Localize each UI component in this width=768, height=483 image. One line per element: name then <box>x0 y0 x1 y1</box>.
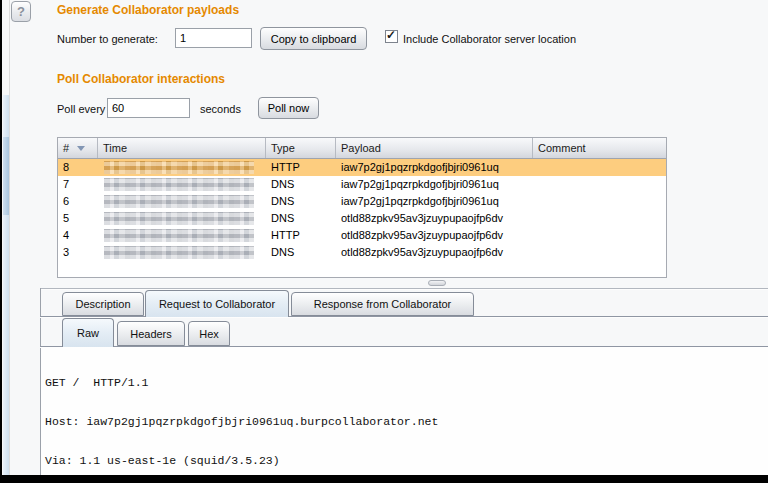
cell-time-redacted[interactable] <box>98 210 266 227</box>
poll-every-label: Poll every <box>57 103 105 115</box>
seconds-label: seconds <box>200 103 241 115</box>
request-line: GET / HTTP/1.1 <box>45 376 768 389</box>
cell-payload[interactable]: otld88zpkv95av3jzuypupaojfp6dv <box>336 210 533 227</box>
column-header-type[interactable]: Type <box>266 138 336 158</box>
table-row[interactable]: 8 HTTP iaw7p2gj1pqzrpkdgofjbjri0961uq <box>58 159 666 176</box>
cell-payload[interactable]: iaw7p2gj1pqzrpkdgofjbjri0961uq <box>336 193 533 210</box>
number-to-generate-label: Number to generate: <box>57 33 158 45</box>
column-header-number-label: # <box>63 138 69 158</box>
table-row[interactable]: 5 DNS otld88zpkv95av3jzuypupaojfp6dv <box>58 210 666 227</box>
cell-comment[interactable] <box>533 227 666 244</box>
tab-response-from-collaborator[interactable]: Response from Collaborator <box>291 292 474 316</box>
cell-type[interactable]: DNS <box>266 193 336 210</box>
cell-type[interactable]: DNS <box>266 244 336 261</box>
cell-comment[interactable] <box>533 176 666 193</box>
left-scrollbar-thumb[interactable] <box>3 137 9 215</box>
cell-payload[interactable]: otld88zpkv95av3jzuypupaojfp6dv <box>336 227 533 244</box>
panel-left-divider <box>9 0 10 475</box>
tab-headers[interactable]: Headers <box>117 321 185 346</box>
cell-number[interactable]: 5 <box>58 210 98 227</box>
cell-number[interactable]: 7 <box>58 176 98 193</box>
cell-time-redacted[interactable] <box>98 159 266 176</box>
pixelated-redaction <box>104 212 254 225</box>
cell-time-redacted[interactable] <box>98 193 266 210</box>
cell-number[interactable]: 6 <box>58 193 98 210</box>
pixelated-redaction <box>104 161 254 174</box>
cell-type[interactable]: HTTP <box>266 227 336 244</box>
pixelated-redaction <box>104 178 254 191</box>
interactions-table: # Time Type Payload Comment 8 HTTP iaw7p… <box>57 137 667 278</box>
include-server-location-label: Include Collaborator server location <box>403 33 576 45</box>
table-row[interactable]: 3 DNS otld88zpkv95av3jzuypupaojfp6dv <box>58 244 666 261</box>
cell-time-redacted[interactable] <box>98 244 266 261</box>
cell-comment[interactable] <box>533 210 666 227</box>
cell-payload[interactable]: otld88zpkv95av3jzuypupaojfp6dv <box>336 244 533 261</box>
table-row[interactable]: 4 HTTP otld88zpkv95av3jzuypupaojfp6dv <box>58 227 666 244</box>
interactions-table-header: # Time Type Payload Comment <box>58 138 666 159</box>
cell-time-redacted[interactable] <box>98 227 266 244</box>
request-line: Host: iaw7p2gj1pqzrpkdgofjbjri0961uq.bur… <box>45 415 768 428</box>
pixelated-redaction <box>104 195 254 208</box>
number-to-generate-input[interactable] <box>175 28 252 48</box>
cell-time-redacted[interactable] <box>98 176 266 193</box>
cell-payload[interactable]: iaw7p2gj1pqzrpkdgofjbjri0961uq <box>336 159 533 176</box>
cell-type[interactable]: DNS <box>266 210 336 227</box>
column-header-comment[interactable]: Comment <box>533 138 666 158</box>
poll-now-button[interactable]: Poll now <box>258 97 319 119</box>
poll-interval-input[interactable] <box>107 98 190 118</box>
column-header-time[interactable]: Time <box>98 138 266 158</box>
splitter-bottom-line <box>40 288 768 289</box>
request-line: Via: 1.1 us-east-1e (squid/3.5.23) <box>45 454 768 467</box>
poll-section-title: Poll Collaborator interactions <box>57 72 225 86</box>
cell-comment[interactable] <box>533 244 666 261</box>
include-server-location-checkbox[interactable]: ✓ <box>385 30 398 43</box>
help-button[interactable]: ? <box>11 1 31 22</box>
generate-section-title: Generate Collaborator payloads <box>57 3 239 17</box>
cell-comment[interactable] <box>533 193 666 210</box>
table-row[interactable]: 6 DNS iaw7p2gj1pqzrpkdgofjbjri0961uq <box>58 193 666 210</box>
window-left-edge <box>0 0 2 483</box>
cell-comment[interactable] <box>533 159 666 176</box>
checkbox-check-icon: ✓ <box>386 28 396 42</box>
cell-number[interactable]: 3 <box>58 244 98 261</box>
tab-hex[interactable]: Hex <box>188 321 230 346</box>
column-header-payload[interactable]: Payload <box>336 138 533 158</box>
pixelated-redaction <box>104 246 254 259</box>
cell-payload[interactable]: iaw7p2gj1pqzrpkdgofjbjri0961uq <box>336 176 533 193</box>
window-bottom-edge <box>0 475 768 483</box>
request-editor[interactable]: GET / HTTP/1.1 Host: iaw7p2gj1pqzrpkdgof… <box>41 347 768 475</box>
cell-number[interactable]: 4 <box>58 227 98 244</box>
cell-type[interactable]: DNS <box>266 176 336 193</box>
tab-description[interactable]: Description <box>62 292 144 316</box>
sort-descending-icon <box>77 146 85 151</box>
copy-to-clipboard-button[interactable]: Copy to clipboard <box>260 27 367 50</box>
collaborator-client-panel: ? Generate Collaborator payloads Number … <box>0 0 768 483</box>
column-header-number[interactable]: # <box>58 138 98 158</box>
cell-type[interactable]: HTTP <box>266 159 336 176</box>
cell-number[interactable]: 8 <box>58 159 98 176</box>
tab-raw[interactable]: Raw <box>62 318 114 347</box>
pixelated-redaction <box>104 229 254 242</box>
tab-request-to-collaborator[interactable]: Request to Collaborator <box>145 290 289 317</box>
table-row[interactable]: 7 DNS iaw7p2gj1pqzrpkdgofjbjri0961uq <box>58 176 666 193</box>
pane-splitter-handle[interactable] <box>428 280 446 286</box>
